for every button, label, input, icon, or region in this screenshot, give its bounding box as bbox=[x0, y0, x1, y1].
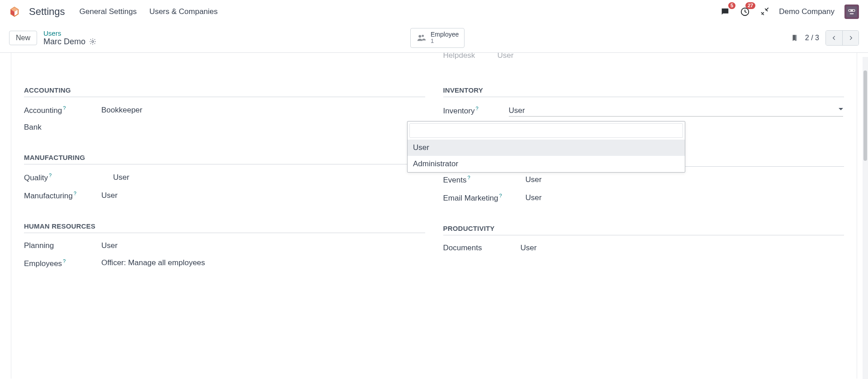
value-planning[interactable]: User bbox=[90, 241, 425, 250]
breadcrumb: Users Marc Demo bbox=[43, 29, 96, 47]
breadcrumb-parent[interactable]: Users bbox=[43, 29, 96, 37]
value-accounting[interactable]: Bookkeeper bbox=[90, 106, 425, 115]
value-events[interactable]: User bbox=[514, 175, 844, 184]
dropdown-search-input[interactable] bbox=[409, 123, 683, 138]
bookmark-icon[interactable] bbox=[791, 33, 799, 43]
menu-users-companies[interactable]: Users & Companies bbox=[149, 7, 218, 16]
value-inventory[interactable]: User bbox=[509, 105, 844, 117]
label-events: Events? bbox=[443, 175, 514, 185]
pager-prev[interactable] bbox=[826, 31, 842, 45]
messages-badge: 5 bbox=[728, 2, 735, 9]
stat-sub: 1 bbox=[431, 38, 459, 44]
label-email-marketing: Email Marketing? bbox=[443, 193, 514, 203]
value-email-marketing[interactable]: User bbox=[514, 193, 844, 202]
row-accounting: Accounting? Bookkeeper bbox=[24, 105, 425, 115]
navbar-right: 5 27 Demo Company bbox=[720, 5, 859, 19]
row-inventory: Inventory? User bbox=[443, 105, 844, 117]
breadcrumb-current: Marc Demo bbox=[43, 37, 96, 47]
value-employees[interactable]: Officer: Manage all employees bbox=[90, 258, 425, 267]
app-logo-icon[interactable] bbox=[9, 6, 20, 17]
label-manufacturing: Manufacturing? bbox=[24, 191, 90, 201]
record-name: Marc Demo bbox=[43, 37, 85, 47]
pager-buttons bbox=[825, 30, 859, 46]
row-manufacturing: Manufacturing? User bbox=[24, 191, 425, 201]
heading-accounting: ACCOUNTING bbox=[24, 86, 425, 97]
svg-point-7 bbox=[418, 35, 421, 37]
value-documents[interactable]: User bbox=[509, 243, 844, 253]
dropdown-option-user[interactable]: User bbox=[408, 140, 685, 156]
company-switcher[interactable]: Demo Company bbox=[779, 7, 835, 16]
row-helpdesk: Helpdesk User bbox=[443, 53, 844, 60]
value-quality[interactable]: User bbox=[90, 173, 425, 182]
row-documents: Documents User bbox=[443, 243, 844, 253]
control-panel: New Users Marc Demo Employee 1 2 / 3 bbox=[0, 23, 868, 53]
label-inventory: Inventory? bbox=[443, 106, 509, 116]
row-quality: Quality? User bbox=[24, 173, 425, 182]
value-manufacturing[interactable]: User bbox=[90, 191, 425, 200]
inventory-dropdown-popup: User Administrator bbox=[407, 121, 685, 173]
label-quality: Quality? bbox=[24, 173, 90, 182]
heading-manufacturing: MANUFACTURING bbox=[24, 154, 425, 164]
label-accounting: Accounting? bbox=[24, 105, 90, 115]
row-employees: Employees? Officer: Manage all employees bbox=[24, 258, 425, 268]
debug-icon[interactable] bbox=[760, 7, 769, 16]
svg-point-8 bbox=[422, 35, 424, 37]
activities-icon[interactable]: 27 bbox=[740, 7, 750, 17]
navbar-menu: General Settings Users & Companies bbox=[80, 7, 218, 16]
pager-value[interactable]: 2 / 3 bbox=[805, 34, 819, 42]
chevron-down-icon bbox=[839, 108, 843, 111]
heading-productivity: PRODUCTIVITY bbox=[443, 225, 844, 235]
users-icon bbox=[416, 33, 427, 43]
form-scroll-area[interactable]: Helpdesk User ACCOUNTING Accounting? Boo… bbox=[0, 53, 868, 379]
pager-next[interactable] bbox=[842, 31, 859, 45]
dropdown-option-administrator[interactable]: Administrator bbox=[408, 156, 685, 172]
left-column bbox=[24, 53, 425, 65]
label-bank: Bank bbox=[24, 123, 90, 132]
svg-point-6 bbox=[92, 41, 94, 42]
gear-icon[interactable] bbox=[89, 38, 96, 45]
heading-inventory: INVENTORY bbox=[443, 86, 844, 97]
form-sheet: Helpdesk User ACCOUNTING Accounting? Boo… bbox=[11, 53, 857, 379]
svg-point-3 bbox=[849, 10, 850, 11]
right-column-top: Helpdesk User bbox=[443, 53, 844, 65]
label-documents: Documents bbox=[443, 243, 509, 253]
label-employees: Employees? bbox=[24, 258, 90, 268]
activities-badge: 27 bbox=[745, 2, 755, 9]
scrollbar-thumb[interactable] bbox=[863, 70, 867, 161]
new-button[interactable]: New bbox=[9, 31, 37, 45]
svg-rect-5 bbox=[850, 13, 854, 14]
inventory-select[interactable]: User bbox=[509, 105, 844, 117]
row-planning: Planning User bbox=[24, 241, 425, 250]
row-bank: Bank bbox=[24, 123, 425, 132]
messages-icon[interactable]: 5 bbox=[720, 7, 730, 17]
row-events: Events? User bbox=[443, 175, 844, 185]
stat-button-employee[interactable]: Employee 1 bbox=[410, 28, 465, 48]
user-avatar[interactable] bbox=[844, 5, 859, 19]
row-email-marketing: Email Marketing? User bbox=[443, 193, 844, 203]
pager: 2 / 3 bbox=[791, 30, 859, 46]
label-helpdesk: Helpdesk bbox=[443, 53, 498, 60]
heading-hr: HUMAN RESOURCES bbox=[24, 222, 425, 233]
top-navbar: Settings General Settings Users & Compan… bbox=[0, 0, 868, 23]
svg-point-4 bbox=[853, 10, 854, 11]
stat-title: Employee bbox=[431, 31, 459, 38]
scrollbar[interactable] bbox=[863, 57, 868, 379]
menu-general-settings[interactable]: General Settings bbox=[80, 7, 137, 16]
label-planning: Planning bbox=[24, 241, 90, 250]
left-column: ACCOUNTING Accounting? Bookkeeper Bank M… bbox=[24, 65, 425, 268]
value-helpdesk[interactable]: User bbox=[498, 53, 844, 60]
app-title[interactable]: Settings bbox=[29, 6, 65, 18]
